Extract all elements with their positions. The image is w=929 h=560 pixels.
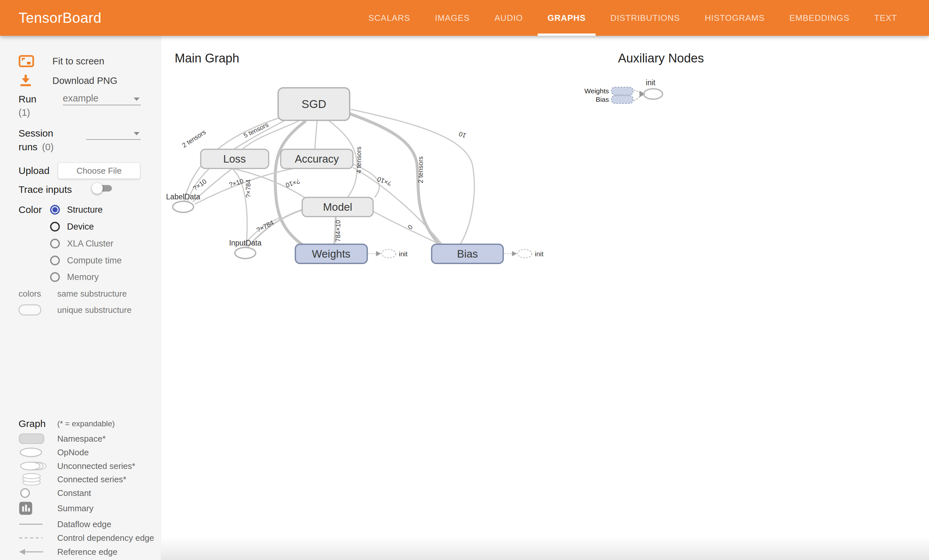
edge-label: ?×784 bbox=[255, 219, 275, 234]
unique-substructure-row: unique substructure bbox=[18, 303, 158, 317]
opnode-weights-init[interactable] bbox=[382, 249, 396, 258]
color-option-label: Compute time bbox=[67, 256, 122, 266]
trace-inputs-toggle[interactable] bbox=[92, 183, 113, 194]
aux-init-label: init bbox=[646, 78, 655, 87]
download-png-label: Download PNG bbox=[52, 75, 117, 86]
choose-file-button[interactable]: Choose File bbox=[58, 162, 140, 179]
colors-label: colors bbox=[18, 289, 52, 299]
edge-thick bbox=[350, 114, 440, 245]
run-count-row: (1) bbox=[18, 107, 30, 118]
session-label: Session bbox=[18, 128, 53, 139]
bias-init-label: init bbox=[535, 250, 544, 257]
graph-legend-title: Graph bbox=[18, 418, 52, 429]
edge-label: ?×10 bbox=[376, 176, 392, 187]
edge-label: ?×10 bbox=[285, 177, 301, 189]
opnode-inputdata[interactable] bbox=[235, 248, 256, 259]
legend-item-constant: Constant bbox=[18, 486, 158, 500]
node-sgd-label: SGD bbox=[302, 98, 326, 110]
aux-bias-label: Bias bbox=[596, 96, 609, 103]
legend-label: Constant bbox=[57, 488, 91, 498]
tab-images[interactable]: IMAGES bbox=[423, 0, 482, 36]
color-option-memory[interactable]: Memory bbox=[50, 271, 99, 283]
run-label: Run bbox=[18, 94, 37, 105]
legend-label: Summary bbox=[57, 503, 94, 514]
aux-bias-node[interactable] bbox=[612, 96, 633, 103]
session-runs-count: (0) bbox=[42, 142, 53, 153]
tab-graphs[interactable]: GRAPHS bbox=[535, 0, 598, 36]
arrowhead-icon bbox=[376, 251, 381, 256]
color-option-label: Structure bbox=[67, 205, 103, 215]
nav-tabs: SCALARS IMAGES AUDIO GRAPHS DISTRIBUTION… bbox=[356, 0, 909, 36]
legend-label: Dataflow edge bbox=[57, 519, 111, 529]
color-label: Color bbox=[18, 204, 42, 215]
edge bbox=[373, 211, 441, 245]
aux-init-node[interactable] bbox=[644, 89, 662, 99]
radio-icon bbox=[50, 239, 60, 248]
run-label-row: Run bbox=[18, 94, 37, 105]
legend-item-unconnected-series: Unconnected series* bbox=[18, 459, 158, 473]
graph-legend-header: Graph (* = expandable) bbox=[18, 417, 158, 431]
legend-label: Unconnected series* bbox=[57, 461, 135, 471]
tab-embeddings[interactable]: EMBEDDINGS bbox=[777, 0, 862, 36]
fit-to-screen-icon bbox=[18, 55, 52, 67]
color-option-device[interactable]: Device bbox=[50, 220, 94, 233]
color-option-structure[interactable]: Structure bbox=[50, 203, 103, 216]
choose-file-label: Choose File bbox=[77, 166, 122, 176]
tab-distributions[interactable]: DISTRIBUTIONS bbox=[598, 0, 693, 36]
download-png-button[interactable]: Download PNG bbox=[18, 71, 117, 90]
expandable-note: (* = expandable) bbox=[57, 419, 115, 428]
color-option-label: Device bbox=[67, 222, 94, 232]
opnode-inputdata-label: InputData bbox=[229, 239, 262, 247]
legend-item-summary: Summary bbox=[18, 502, 158, 515]
arrowhead-icon bbox=[512, 251, 517, 256]
reference-edge-icon bbox=[18, 547, 52, 557]
legend-item-opnode: OpNode bbox=[18, 445, 158, 459]
same-substructure-label: same substructure bbox=[57, 289, 127, 299]
control-dependency-edge-icon bbox=[18, 536, 52, 540]
app-header: TensorBoard SCALARS IMAGES AUDIO GRAPHS … bbox=[0, 0, 929, 36]
opnode-labeldata[interactable] bbox=[173, 201, 193, 213]
node-model-label: Model bbox=[323, 201, 352, 213]
fit-to-screen-button[interactable]: Fit to screen bbox=[18, 51, 104, 71]
edge bbox=[351, 109, 474, 244]
edge-label: 2 tensors bbox=[417, 156, 424, 183]
edge-label: 2 tensors bbox=[181, 129, 207, 149]
legend-item-connected-series: Connected series* bbox=[18, 473, 158, 486]
run-select-value: example bbox=[63, 93, 98, 103]
sidebar: Fit to screen Download PNG Run (1) examp… bbox=[0, 36, 161, 560]
unconnected-series-icon bbox=[18, 460, 52, 472]
upload-label: Upload bbox=[18, 165, 49, 176]
opnode-labeldata-label: LabelData bbox=[166, 193, 200, 201]
tab-histograms[interactable]: HISTOGRAMS bbox=[692, 0, 777, 36]
dataflow-edge-icon bbox=[18, 523, 52, 526]
unique-substructure-swatch bbox=[18, 304, 52, 315]
app-title: TensorBoard bbox=[18, 10, 101, 26]
aux-weights-label: Weights bbox=[584, 87, 609, 95]
summary-icon bbox=[18, 501, 52, 516]
same-substructure-row: colors same substructure bbox=[18, 287, 158, 300]
constant-icon bbox=[18, 487, 52, 499]
toggle-knob bbox=[92, 183, 103, 194]
auxiliary-nodes-group: Weights Bias init bbox=[584, 78, 662, 103]
bottom-fade bbox=[161, 537, 929, 560]
legend-label: OpNode bbox=[57, 447, 89, 457]
run-count: (1) bbox=[18, 107, 30, 118]
run-select[interactable]: example bbox=[63, 92, 141, 106]
edge-label: ?×784 bbox=[245, 179, 252, 198]
tab-text[interactable]: TEXT bbox=[862, 0, 909, 36]
session-runs-select[interactable] bbox=[86, 126, 141, 140]
tab-scalars[interactable]: SCALARS bbox=[356, 0, 422, 36]
aux-weights-node[interactable] bbox=[612, 87, 633, 95]
color-option-label: Memory bbox=[67, 272, 99, 282]
edge bbox=[315, 121, 317, 149]
opnode-bias-init[interactable] bbox=[518, 249, 532, 258]
download-icon bbox=[18, 74, 52, 87]
namespace-icon bbox=[18, 433, 52, 445]
edge-label: 784×10 bbox=[334, 220, 342, 242]
radio-icon bbox=[50, 205, 60, 215]
color-option-compute-time[interactable]: Compute time bbox=[50, 254, 122, 267]
color-option-xla-cluster[interactable]: XLA Cluster bbox=[50, 237, 113, 250]
edge-label: 4 tensors bbox=[355, 147, 362, 173]
color-option-label: XLA Cluster bbox=[67, 239, 113, 249]
tab-audio[interactable]: AUDIO bbox=[482, 0, 535, 36]
